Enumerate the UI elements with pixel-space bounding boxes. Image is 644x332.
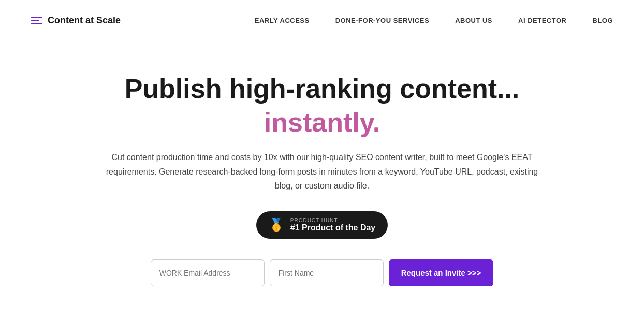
hero-headline-accent: instantly. [264, 107, 380, 138]
main-nav: EARLY ACCESS DONE-FOR-YOU SERVICES ABOUT… [255, 17, 613, 24]
logo-icon [31, 17, 42, 24]
product-hunt-icon: 🥇 [269, 218, 284, 232]
hero-section: Publish high-ranking content... instantl… [0, 41, 644, 307]
product-hunt-label: PRODUCT HUNT [290, 218, 375, 223]
nav-done-for-you[interactable]: DONE-FOR-YOU SERVICES [335, 17, 429, 24]
hero-subtext: Cut content production time and costs by… [99, 150, 545, 193]
product-hunt-title: #1 Product of the Day [290, 223, 375, 233]
product-hunt-badge: 🥇 PRODUCT HUNT #1 Product of the Day [256, 211, 388, 239]
first-name-input[interactable] [270, 259, 384, 286]
logo[interactable]: Content at Scale [31, 15, 121, 26]
nav-about-us[interactable]: ABOUT US [455, 17, 492, 24]
email-input[interactable] [151, 259, 265, 286]
product-hunt-text: PRODUCT HUNT #1 Product of the Day [290, 218, 375, 233]
signup-form: Request an Invite >>> [151, 259, 494, 286]
nav-blog[interactable]: BLOG [592, 17, 613, 24]
hero-headline: Publish high-ranking content... [125, 73, 520, 105]
request-invite-button[interactable]: Request an Invite >>> [389, 259, 494, 286]
nav-early-access[interactable]: EARLY ACCESS [255, 17, 310, 24]
logo-text: Content at Scale [48, 15, 121, 26]
nav-ai-detector[interactable]: AI DETECTOR [518, 17, 566, 24]
site-header: Content at Scale EARLY ACCESS DONE-FOR-Y… [0, 0, 644, 41]
